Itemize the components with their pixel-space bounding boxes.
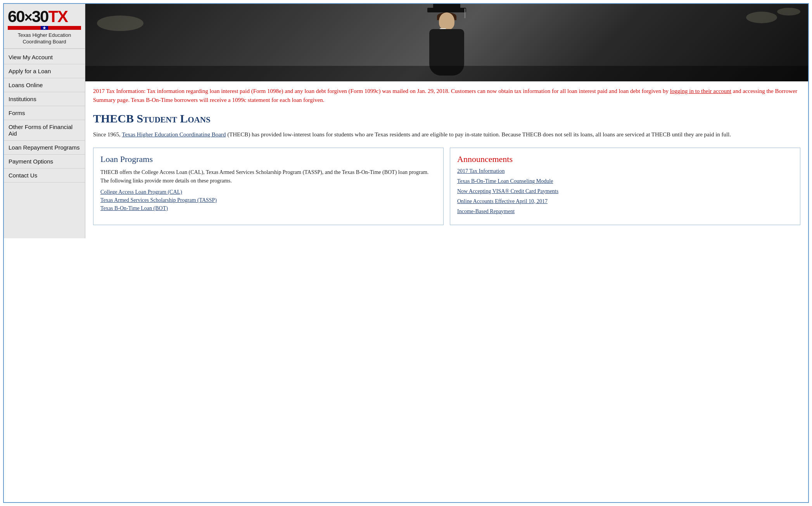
flag-red2 (48, 26, 81, 30)
tax-notice: 2017 Tax Information: Tax information re… (93, 87, 800, 105)
main-content: 2017 Tax Information: Tax information re… (85, 4, 808, 238)
nav-payment-options[interactable]: Payment Options (4, 155, 85, 169)
nav-apply-for-loan[interactable]: Apply for a Loan (4, 64, 85, 78)
logo-30: 30 (32, 7, 48, 26)
grad-head (439, 12, 454, 30)
logo-tx: TX (48, 7, 67, 26)
tax-notice-text-before: 2017 Tax Information: Tax information re… (93, 88, 670, 94)
bg-light1 (97, 15, 143, 31)
nav-contact-us[interactable]: Contact Us (4, 169, 85, 182)
tassp-link[interactable]: Texas Armed Services Scholarship Program… (100, 197, 436, 203)
flag-star-icon: ★ (42, 25, 47, 31)
nav-other-forms[interactable]: Other Forms of Financial Aid (4, 120, 85, 141)
announcements-links: 2017 Tax Information Texas B-On-Time Loa… (457, 168, 793, 215)
flag-stripe: ★ (8, 26, 81, 30)
logo-x: × (24, 9, 32, 25)
nav-loans-online[interactable]: Loans Online (4, 78, 85, 92)
bot-link[interactable]: Texas B-On-Time Loan (BOT) (100, 205, 436, 212)
hero-image (85, 4, 808, 81)
nav-institutions[interactable]: Institutions (4, 92, 85, 106)
announce-tax-info[interactable]: 2017 Tax Information (457, 168, 793, 174)
announce-online-accounts[interactable]: Online Accounts Effective April 10, 2017 (457, 198, 793, 205)
announce-visa-payments[interactable]: Now Accepting VISA® Credit Card Payments (457, 188, 793, 194)
nav-forms[interactable]: Forms (4, 106, 85, 120)
nav-view-my-account[interactable]: View My Account (4, 50, 85, 64)
page-title: THECB Student Loans (93, 112, 800, 125)
logo: 60×30TX (8, 9, 81, 25)
bg-light2 (746, 12, 777, 23)
intro-text: Since 1965, Texas Higher Education Coord… (93, 130, 800, 139)
nav-menu: View My Account Apply for a Loan Loans O… (4, 49, 85, 238)
announce-bot-counseling[interactable]: Texas B-On-Time Loan Counseling Module (457, 178, 793, 184)
two-column-section: Loan Programs THECB offers the College A… (93, 148, 800, 225)
content-area: 2017 Tax Information: Tax information re… (85, 81, 808, 238)
loan-programs-box: Loan Programs THECB offers the College A… (93, 148, 444, 225)
cal-link[interactable]: College Access Loan Program (CAL) (100, 189, 436, 195)
intro-before: Since 1965, (93, 131, 122, 138)
sidebar: 60×30TX ★ Texas Higher Education Coordin… (4, 4, 85, 238)
loan-programs-links: College Access Loan Program (CAL) Texas … (100, 189, 436, 212)
floor-shadow (85, 66, 808, 81)
logo-black: 60 (8, 7, 24, 26)
intro-after: (THECB) has provided low-interest loans … (226, 131, 731, 138)
loan-programs-title: Loan Programs (100, 154, 436, 164)
thecb-link[interactable]: Texas Higher Education Coordinating Boar… (122, 131, 226, 138)
tassel (465, 9, 465, 18)
logo-area: 60×30TX ★ Texas Higher Education Coordin… (4, 4, 85, 49)
nav-loan-repayment[interactable]: Loan Repayment Programs (4, 141, 85, 155)
loan-programs-text: THECB offers the College Access Loan (CA… (100, 168, 436, 186)
logo-subtitle: Texas Higher Education Coordinating Boar… (8, 32, 81, 45)
bg-light3 (777, 8, 800, 15)
announcements-title: Announcements (457, 154, 793, 164)
announcements-box: Announcements 2017 Tax Information Texas… (450, 148, 800, 225)
flag-red (8, 26, 41, 30)
announce-income-repayment[interactable]: Income-Based Repayment (457, 208, 793, 215)
cap-brim (427, 8, 466, 12)
tax-notice-link[interactable]: logging in to their account (670, 88, 731, 94)
